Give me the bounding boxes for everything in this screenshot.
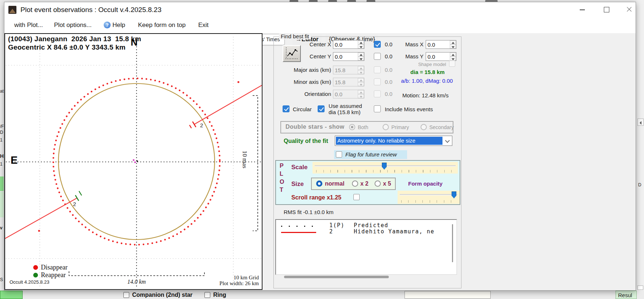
center-x-lock-checkbox[interactable] (374, 41, 381, 48)
menu-with-plot[interactable]: with Plot... (14, 22, 43, 29)
menu-plot-options[interactable]: Plot options... (54, 22, 92, 29)
quality-of-fit-dropdown[interactable]: Astrometry only. No reliable size (335, 136, 452, 146)
spin-up-icon[interactable] (450, 53, 456, 57)
spin-up-icon[interactable] (450, 40, 456, 44)
results-button-fragment[interactable]: Resul (616, 291, 637, 299)
center-y-input[interactable] (333, 53, 357, 61)
center-y-lock-checkbox[interactable] (374, 53, 381, 60)
center-marker (137, 160, 138, 162)
companion-label: Companion (2nd) star (132, 292, 192, 298)
chord-number-label: 2 (73, 201, 76, 207)
center-y-spinbox[interactable] (333, 52, 364, 61)
spin-down-icon (358, 70, 364, 74)
double-stars-primary-label: Primary (391, 124, 409, 130)
chord-line-upper (194, 85, 262, 124)
chord-line-lower (5, 198, 77, 238)
minimize-button[interactable] (574, 4, 591, 15)
chevron-down-icon (445, 138, 450, 143)
spin-down-icon[interactable] (450, 57, 456, 61)
occultation-plot-canvas (5, 34, 262, 289)
spin-up-icon (358, 78, 364, 82)
menu-keep-form-on-top[interactable]: Keep form on top (138, 22, 185, 29)
observed-chord-symbol (281, 232, 316, 233)
mass-x-spinbox[interactable] (426, 40, 456, 49)
background-green-cell (0, 176, 4, 191)
list-vertical-scrollbar[interactable] (452, 224, 453, 262)
spin-down-icon (358, 82, 364, 86)
center-x-input[interactable] (333, 40, 357, 48)
mass-y-input[interactable] (426, 53, 450, 61)
flag-review-box: Flag for future review (334, 150, 407, 159)
spin-up-icon[interactable] (358, 40, 364, 44)
mass-y-label: Mass Y (402, 53, 423, 59)
background-text-fragment: D (0, 130, 3, 135)
maximize-button[interactable] (598, 4, 615, 15)
shape-model-checkbox[interactable] (449, 61, 455, 67)
disappear-mark (189, 125, 191, 128)
double-stars-both-label: Both (358, 124, 368, 130)
form-opacity-slider-ticks (401, 200, 457, 203)
reappear-legend-dot (33, 273, 38, 277)
companion-checkbox[interactable] (123, 292, 129, 298)
major-axis-lock-checkbox (374, 66, 381, 73)
spin-down-icon[interactable] (358, 57, 364, 61)
form-opacity-slider-thumb[interactable] (452, 191, 456, 198)
spin-up-icon[interactable] (358, 53, 364, 57)
background-window-bottom-strip: Companion (2nd) star Ring Resul (0, 291, 644, 299)
flag-review-checkbox[interactable] (336, 151, 342, 158)
find-best-fit-panel: Find best fit Center X 0.0 Mass X Center… (273, 36, 461, 288)
scale-slider[interactable] (313, 162, 458, 174)
find-best-fit-title: Find best fit (279, 33, 311, 39)
center-marker (134, 162, 136, 163)
mass-x-input[interactable] (426, 40, 450, 48)
double-stars-secondary-radio (421, 124, 427, 130)
scale-slider-thumb[interactable] (382, 163, 387, 170)
rms-fit-readout: RMS fit -0.1 ±0.0 km (284, 209, 334, 215)
circular-checkbox[interactable] (283, 105, 290, 112)
background-window-right-strip: D (636, 0, 644, 291)
form-opacity-slider-track (400, 194, 457, 195)
center-marker (133, 159, 135, 161)
include-miss-events-checkbox[interactable] (374, 105, 381, 112)
plot-letter: O (280, 179, 284, 185)
observations-list[interactable]: 1(P) Predicted 2 Hidehito Yamamura, ne (275, 219, 457, 275)
use-assumed-dia-checkbox[interactable] (318, 105, 325, 112)
background-scrollbar-arrow-icon[interactable] (637, 119, 644, 126)
background-text-fragment: D (638, 182, 641, 187)
background-field-fragment (405, 291, 491, 299)
include-miss-events-label: Include Miss events (385, 106, 433, 112)
use-assumed-line1: Use assumed (329, 103, 362, 109)
flag-review-label: Flag for future review (345, 151, 397, 158)
menu-exit[interactable]: Exit (198, 22, 208, 29)
background-text-fragment: v (0, 225, 3, 230)
size-x5-radio[interactable] (375, 180, 381, 187)
close-button[interactable] (621, 4, 638, 15)
mass-y-spinbox[interactable] (426, 52, 456, 61)
form-opacity-slider[interactable] (398, 191, 460, 204)
menu-help[interactable]: Help (112, 22, 125, 29)
spin-down-icon[interactable] (358, 44, 364, 48)
use-assumed-dia-label: Use assumed dia (15.8 km) (329, 103, 362, 115)
size-normal-radio[interactable] (316, 180, 322, 187)
ring-checkbox[interactable] (204, 292, 210, 298)
motion-readout: Motion: 12.48 km/s (402, 92, 449, 98)
spin-down-icon[interactable] (450, 44, 456, 48)
plot-letter: P (280, 163, 284, 169)
disappear-mark (192, 121, 196, 127)
orientation-offset: 0.0 (385, 91, 392, 97)
observation-name: Hidehito Yamamura, ne (354, 228, 452, 235)
major-axis-offset: 0.0 (385, 67, 392, 73)
plot-letter: L (280, 171, 283, 177)
help-icon[interactable]: ? (104, 22, 111, 28)
chord-number-label: 2 (200, 122, 203, 128)
list-horizontal-scrollbar-thumb[interactable] (284, 276, 389, 278)
minor-axis-lock-checkbox (374, 78, 381, 85)
scale-bar-label: 14.0 km (115, 279, 158, 285)
background-text-fragment: 1 (0, 162, 3, 167)
background-window-left-strip: at /F D 1 H 1 v S (0, 4, 4, 291)
scroll-range-checkbox[interactable] (353, 194, 360, 200)
background-text-fragment: H (0, 153, 4, 159)
center-x-offset: 0.0 (385, 41, 392, 47)
size-x2-radio[interactable] (352, 180, 358, 187)
center-x-spinbox[interactable] (333, 40, 364, 49)
